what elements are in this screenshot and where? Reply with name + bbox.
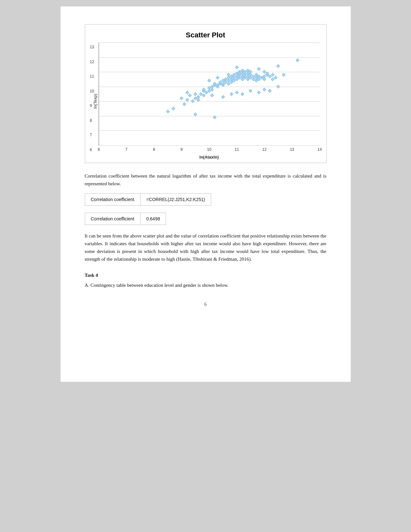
- scatter-dot: [235, 66, 239, 69]
- scatter-dot: [207, 79, 211, 82]
- scatter-dot: [221, 95, 225, 99]
- grid-line: [99, 145, 320, 146]
- grid-line: [99, 57, 320, 58]
- x-tick-label: 7: [125, 147, 128, 152]
- scatter-dot: [171, 107, 175, 110]
- scatter-dot: [282, 73, 286, 77]
- table-cell-formula: =CORREL(J2:J251,K2:K251): [140, 194, 211, 206]
- grid-line: [99, 43, 320, 43]
- y-tick-label: 11: [90, 74, 94, 79]
- page-number: 6: [85, 302, 327, 307]
- scatter-dot: [182, 102, 186, 106]
- x-axis-label: ln(AtaxIn): [99, 155, 320, 160]
- grid-line: [99, 116, 320, 116]
- table2: Correlation coefficient 0.6498: [85, 213, 166, 225]
- scatter-dot: [180, 96, 183, 100]
- scatter-dot: [268, 89, 272, 93]
- task4-heading: Task 4: [85, 273, 327, 278]
- scatter-dot: [249, 89, 252, 93]
- x-tick-label: 6: [98, 147, 100, 152]
- chart-plot: 67891011121367891011121314: [99, 43, 320, 146]
- x-tick-label: 11: [235, 147, 239, 152]
- x-tick-label: 10: [207, 147, 211, 152]
- paragraph2: It can be seen from the above scatter pl…: [85, 232, 327, 263]
- grid-line: [99, 101, 320, 102]
- x-tick-label: 12: [262, 147, 267, 152]
- scatter-dot: [188, 93, 191, 97]
- x-tick-label: 13: [290, 147, 294, 152]
- grid-line: [99, 72, 320, 72]
- chart-title: Scatter Plot: [92, 31, 320, 39]
- scatter-dot: [210, 93, 214, 97]
- tables-row: Correlation coefficient =CORREL(J2:J251,…: [85, 193, 327, 206]
- chart-inner: 67891011121367891011121314 ln(AtaxIn): [99, 43, 320, 160]
- table-row: Correlation coefficient 0.6498: [85, 213, 166, 225]
- scatter-dot: [263, 88, 266, 91]
- scatter-dot: [276, 64, 280, 68]
- task4-text: A. Contingency table between education l…: [85, 281, 327, 289]
- y-tick-label: 10: [90, 89, 94, 93]
- table-cell-label: Correlation coefficient: [85, 194, 140, 206]
- table-cell-value: 0.6498: [140, 213, 166, 225]
- scatter-dot: [296, 58, 299, 62]
- scatter-dot: [166, 110, 170, 113]
- page: Scatter Plot ln(Texp) 678910111213678910…: [61, 6, 351, 382]
- x-tick-label: 9: [181, 147, 183, 152]
- tables-row2: Correlation coefficient 0.6498: [85, 213, 327, 225]
- scatter-dot: [194, 92, 197, 96]
- y-tick-label: 9: [90, 103, 92, 108]
- scatter-dot: [257, 91, 260, 94]
- scatter-dot: [185, 91, 189, 94]
- scatter-dot: [191, 100, 194, 103]
- y-tick-label: 12: [90, 60, 94, 64]
- y-tick-label: 8: [90, 118, 92, 123]
- y-tick-label: 13: [90, 45, 94, 49]
- scatter-dot: [230, 92, 233, 96]
- scatter-dot: [235, 91, 239, 94]
- x-tick-label: 14: [318, 147, 322, 152]
- table-row: Correlation coefficient =CORREL(J2:J251,…: [85, 194, 211, 206]
- scatter-dot: [216, 76, 219, 80]
- scatter-dot: [276, 85, 280, 88]
- scatter-dot: [257, 67, 260, 71]
- chart-container: Scatter Plot ln(Texp) 678910111213678910…: [85, 24, 327, 163]
- y-tick-label: 7: [90, 133, 92, 137]
- x-tick-label: 8: [153, 147, 155, 152]
- y-tick-label: 6: [90, 148, 92, 152]
- table-cell-label2: Correlation coefficient: [85, 213, 140, 225]
- grid-line: [99, 131, 320, 131]
- scatter-dot: [240, 92, 244, 96]
- table1: Correlation coefficient =CORREL(J2:J251,…: [85, 193, 211, 206]
- chart-area: ln(Texp) 67891011121367891011121314 ln(A…: [92, 43, 320, 160]
- paragraph1: Correlation coefficient between the natu…: [85, 172, 327, 188]
